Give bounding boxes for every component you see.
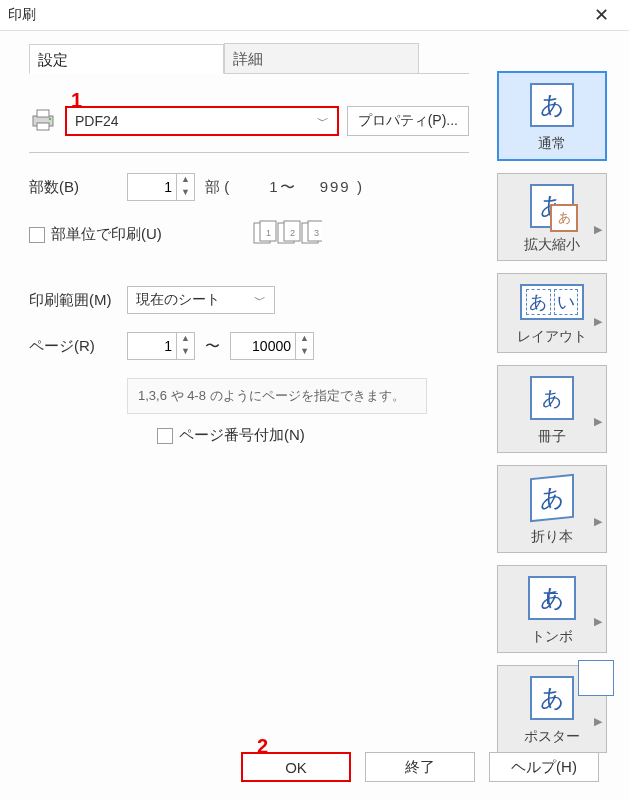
collate-checkbox[interactable] bbox=[29, 227, 45, 243]
copies-label: 部数(B) bbox=[29, 178, 127, 197]
annotation-2: 2 bbox=[257, 735, 268, 758]
arrow-down-icon[interactable]: ▼ bbox=[176, 187, 194, 200]
preset-trim[interactable]: あ トンボ ▶ bbox=[497, 565, 607, 653]
expand-arrow-icon: ▶ bbox=[594, 415, 602, 428]
help-button[interactable]: ヘルプ(H) bbox=[489, 752, 599, 782]
page-number-row: ページ番号付加(N) bbox=[157, 426, 469, 445]
printer-icon bbox=[29, 108, 57, 135]
pages-row: ページ(R) ▲▼ 〜 ▲▼ bbox=[29, 332, 469, 360]
print-range-label: 印刷範囲(M) bbox=[29, 291, 127, 310]
page-from-spinner[interactable]: ▲▼ bbox=[127, 332, 195, 360]
expand-arrow-icon: ▶ bbox=[594, 515, 602, 528]
separator bbox=[29, 152, 469, 153]
preset-zoom-label: 拡大縮小 bbox=[524, 236, 580, 254]
preset-zoom-thumb: あ bbox=[530, 184, 574, 228]
svg-text:2: 2 bbox=[290, 228, 295, 238]
preset-fold-label: 折り本 bbox=[531, 528, 573, 546]
button-row: OK 終了 ヘルプ(H) bbox=[4, 752, 625, 782]
preset-booklet-thumb: あ bbox=[530, 376, 574, 420]
expand-arrow-icon: ▶ bbox=[594, 315, 602, 328]
expand-arrow-icon: ▶ bbox=[594, 223, 602, 236]
print-range-row: 印刷範囲(M) 現在のシート ﹀ bbox=[29, 286, 469, 314]
copies-spinner[interactable]: ▲ ▼ bbox=[127, 173, 195, 201]
arrow-down-icon[interactable]: ▼ bbox=[295, 346, 313, 359]
window-title: 印刷 bbox=[8, 6, 36, 24]
tab-settings[interactable]: 設定 bbox=[29, 44, 224, 74]
titlebar: 印刷 ✕ bbox=[0, 0, 629, 31]
copies-unit: 部 ( bbox=[205, 178, 229, 197]
tab-detail[interactable]: 詳細 bbox=[224, 43, 419, 73]
preset-panel: あ 通常 あ 拡大縮小 ▶ あい レイアウト ▶ あ 冊子 ▶ あ 折り本 ▶ … bbox=[497, 71, 607, 753]
printer-selected-value: PDF24 bbox=[75, 113, 119, 129]
expand-arrow-icon: ▶ bbox=[594, 715, 602, 728]
preset-normal[interactable]: あ 通常 bbox=[497, 71, 607, 161]
arrow-up-icon[interactable]: ▲ bbox=[295, 333, 313, 346]
arrow-up-icon[interactable]: ▲ bbox=[176, 333, 194, 346]
preset-fold[interactable]: あ 折り本 ▶ bbox=[497, 465, 607, 553]
pages-label: ページ(R) bbox=[29, 337, 127, 356]
copies-row: 部数(B) ▲ ▼ 部 ( 1〜 999 ) bbox=[29, 173, 469, 201]
chevron-down-icon: ﹀ bbox=[254, 292, 266, 309]
page-to-input[interactable] bbox=[231, 333, 295, 359]
preset-layout[interactable]: あい レイアウト ▶ bbox=[497, 273, 607, 353]
arrow-up-icon[interactable]: ▲ bbox=[176, 174, 194, 187]
pages-hint: 1,3,6 や 4-8 のようにページを指定できます。 bbox=[127, 378, 427, 414]
svg-text:1: 1 bbox=[266, 228, 271, 238]
svg-rect-1 bbox=[37, 110, 49, 117]
printer-select[interactable]: PDF24 ﹀ bbox=[65, 106, 339, 136]
cancel-button[interactable]: 終了 bbox=[365, 752, 475, 782]
preset-normal-thumb: あ bbox=[530, 83, 574, 127]
page-to-spinner[interactable]: ▲▼ bbox=[230, 332, 314, 360]
printer-row: PDF24 ﹀ プロパティ(P)... bbox=[29, 106, 469, 136]
preset-layout-label: レイアウト bbox=[517, 328, 587, 346]
arrow-down-icon[interactable]: ▼ bbox=[176, 346, 194, 359]
settings-panel: 1 PDF24 ﹀ プロパティ(P)... 部数(B) bbox=[29, 86, 469, 445]
copies-range: 1〜 999 ) bbox=[269, 178, 364, 197]
print-range-value: 現在のシート bbox=[136, 291, 220, 309]
preset-layout-thumb: あい bbox=[520, 284, 584, 320]
collate-label: 部単位で印刷(U) bbox=[51, 225, 162, 244]
annotation-1: 1 bbox=[71, 89, 82, 112]
close-icon[interactable]: ✕ bbox=[581, 4, 621, 26]
preset-fold-thumb: あ bbox=[530, 474, 574, 523]
copies-input[interactable] bbox=[128, 174, 176, 200]
page-from-input[interactable] bbox=[128, 333, 176, 359]
preset-trim-label: トンボ bbox=[531, 628, 573, 646]
preset-booklet-label: 冊子 bbox=[538, 428, 566, 446]
preset-zoom[interactable]: あ 拡大縮小 ▶ bbox=[497, 173, 607, 261]
collate-row: 部単位で印刷(U) 1 2 3 bbox=[29, 219, 469, 250]
print-range-select[interactable]: 現在のシート ﹀ bbox=[127, 286, 275, 314]
preset-poster[interactable]: あ ポスター ▶ bbox=[497, 665, 607, 753]
preset-trim-thumb: あ bbox=[528, 576, 576, 620]
dialog-body: 設定 詳細 1 PDF24 ﹀ プロパティ(P)... 部数(B) bbox=[4, 31, 625, 796]
svg-point-3 bbox=[49, 117, 51, 119]
preset-poster-label: ポスター bbox=[524, 728, 580, 746]
svg-rect-2 bbox=[37, 123, 49, 130]
page-number-checkbox[interactable] bbox=[157, 428, 173, 444]
page-number-label: ページ番号付加(N) bbox=[179, 426, 305, 445]
properties-button[interactable]: プロパティ(P)... bbox=[347, 106, 469, 136]
svg-text:3: 3 bbox=[314, 228, 319, 238]
expand-arrow-icon: ▶ bbox=[594, 615, 602, 628]
pages-tilde: 〜 bbox=[205, 337, 220, 356]
preset-booklet[interactable]: あ 冊子 ▶ bbox=[497, 365, 607, 453]
tab-bar: 設定 詳細 bbox=[29, 43, 469, 74]
chevron-down-icon: ﹀ bbox=[317, 113, 329, 130]
preset-normal-label: 通常 bbox=[538, 135, 566, 153]
copies-stepper-arrows[interactable]: ▲ ▼ bbox=[176, 174, 194, 200]
preset-poster-thumb: あ bbox=[530, 676, 574, 720]
collate-icon: 1 2 3 bbox=[252, 219, 322, 250]
